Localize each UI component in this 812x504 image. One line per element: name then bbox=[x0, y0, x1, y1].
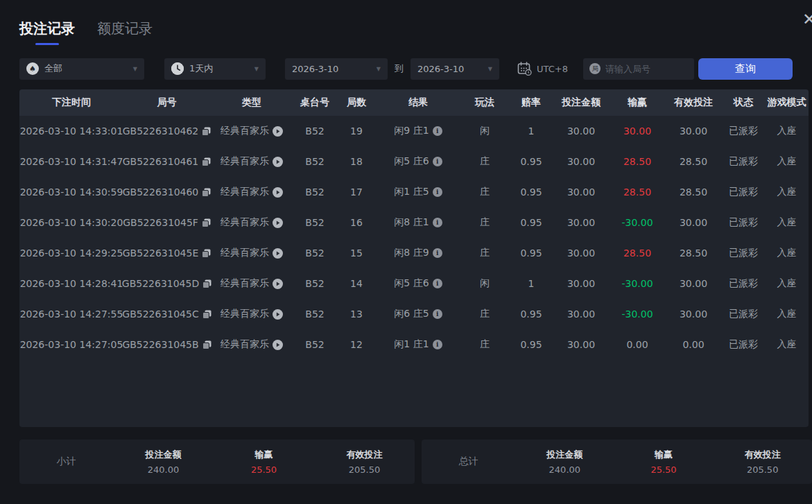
cell-status: 已派彩 bbox=[722, 216, 765, 229]
subtotal-panel: 小计 投注金额 240.00 输赢 25.50 有效投注 205.50 bbox=[19, 440, 415, 484]
cell-bet-amount: 30.00 bbox=[553, 339, 610, 350]
info-icon[interactable]: i bbox=[433, 279, 442, 288]
game-type-text: 经典百家乐 bbox=[221, 216, 269, 229]
subtotal-valid: 有效投注 205.50 bbox=[314, 449, 415, 475]
tab-bet-records[interactable]: 投注记录 bbox=[19, 19, 75, 45]
cell-round-no: 13 bbox=[336, 309, 377, 320]
cell-table-no: B52 bbox=[293, 278, 336, 289]
cell-table-no: B52 bbox=[293, 125, 336, 137]
play-icon[interactable] bbox=[273, 218, 283, 228]
copy-icon[interactable] bbox=[202, 218, 211, 227]
query-button[interactable]: 查询 bbox=[698, 58, 793, 80]
cell-round-no: 12 bbox=[336, 339, 377, 350]
cell-valid-bet: 30.00 bbox=[665, 217, 722, 228]
subtotal-bet: 投注金额 240.00 bbox=[113, 449, 214, 475]
date-to-picker[interactable]: 2026-3-10 ▼ bbox=[411, 58, 499, 80]
date-from-picker[interactable]: 2026-3-10 ▼ bbox=[285, 58, 388, 80]
round-id-text: GB5226310461 bbox=[123, 156, 199, 167]
cell-table-no: B52 bbox=[293, 156, 336, 167]
cell-status: 已派彩 bbox=[722, 247, 765, 259]
bet-records-table: 下注时间 局号 类型 桌台号 局数 结果 玩法 赔率 投注金额 输赢 有效投注 … bbox=[19, 89, 809, 427]
cell-table-no: B52 bbox=[293, 217, 336, 228]
play-icon[interactable] bbox=[273, 187, 283, 198]
total-winloss-value: 25.50 bbox=[614, 464, 714, 475]
table-body: 2026-03-10 14:33:01 GB5226310462 经典百家乐 B… bbox=[19, 116, 809, 360]
play-icon[interactable] bbox=[273, 126, 283, 137]
info-icon[interactable]: i bbox=[433, 187, 442, 197]
cell-game-mode: 入座 bbox=[765, 247, 809, 259]
subtotal-winloss-value: 25.50 bbox=[214, 464, 314, 475]
cell-odds: 1 bbox=[510, 125, 553, 137]
total-valid: 有效投注 205.50 bbox=[713, 449, 812, 475]
cell-valid-bet: 30.00 bbox=[665, 125, 722, 137]
cell-bet-time: 2026-03-10 14:33:01 bbox=[19, 125, 123, 137]
play-icon[interactable] bbox=[273, 309, 283, 320]
cell-bet-time: 2026-03-10 14:27:05 bbox=[19, 339, 123, 350]
result-text: 闲8 庄1 bbox=[394, 216, 429, 229]
info-icon[interactable]: i bbox=[433, 248, 442, 258]
play-icon[interactable] bbox=[273, 248, 283, 259]
info-icon[interactable]: i bbox=[433, 157, 442, 166]
cell-bet-amount: 30.00 bbox=[553, 309, 610, 320]
cell-odds: 0.95 bbox=[510, 186, 553, 198]
table-row: 2026-03-10 14:30:59 GB5226310460 经典百家乐 B… bbox=[19, 177, 809, 207]
play-icon[interactable] bbox=[273, 157, 283, 167]
subtotal-valid-label: 有效投注 bbox=[314, 449, 415, 461]
cell-game-type: 经典百家乐 bbox=[210, 186, 293, 198]
tab-bar: 投注记录 额度记录 bbox=[0, 0, 812, 45]
info-icon[interactable]: i bbox=[433, 218, 442, 227]
close-icon[interactable]: ✕ bbox=[802, 11, 812, 28]
result-text: 闲5 庄6 bbox=[394, 155, 429, 168]
spade-icon: ♠ bbox=[26, 62, 39, 75]
time-range-select[interactable]: 1天内 ▼ bbox=[164, 58, 266, 80]
cell-odds: 0.95 bbox=[510, 156, 553, 167]
game-type-text: 经典百家乐 bbox=[221, 155, 269, 168]
cell-valid-bet: 30.00 bbox=[665, 278, 722, 289]
game-type-value: 全部 bbox=[44, 62, 62, 75]
cell-bet-amount: 30.00 bbox=[553, 278, 610, 289]
round-search: 局 bbox=[583, 58, 694, 80]
header-winloss: 输赢 bbox=[610, 96, 665, 109]
cell-bet-time: 2026-03-10 14:27:55 bbox=[19, 309, 123, 320]
table-row: 2026-03-10 14:27:05 GB522631045B 经典百家乐 B… bbox=[19, 329, 809, 360]
cell-round-id: GB522631045F bbox=[123, 217, 210, 228]
cell-bet-amount: 30.00 bbox=[553, 156, 610, 167]
round-id-text: GB522631045F bbox=[123, 217, 198, 228]
round-number-input[interactable] bbox=[605, 64, 688, 74]
cell-winloss: 30.00 bbox=[610, 125, 665, 137]
cell-table-no: B52 bbox=[293, 339, 336, 350]
time-range-value: 1天内 bbox=[189, 62, 213, 75]
cell-game-type: 经典百家乐 bbox=[210, 125, 293, 137]
round-number-icon: 局 bbox=[589, 63, 601, 74]
cell-round-id: GB522631045B bbox=[123, 339, 210, 350]
table-row: 2026-03-10 14:33:01 GB5226310462 经典百家乐 B… bbox=[19, 116, 809, 146]
total-panel: 总计 投注金额 240.00 输赢 25.50 有效投注 205.50 bbox=[422, 440, 812, 484]
play-icon[interactable] bbox=[273, 340, 283, 350]
calendar-clock-icon[interactable] bbox=[517, 62, 532, 76]
chevron-down-icon: ▼ bbox=[371, 66, 381, 72]
game-type-select[interactable]: ♠ 全部 ▼ bbox=[19, 58, 144, 80]
result-text: 闲1 庄5 bbox=[394, 186, 429, 198]
cell-round-id: GB5226310460 bbox=[123, 186, 210, 198]
header-odds: 赔率 bbox=[510, 96, 553, 109]
info-icon[interactable]: i bbox=[433, 309, 442, 319]
tab-quota-records[interactable]: 额度记录 bbox=[97, 19, 153, 45]
cell-result: 闲5 庄6 i bbox=[377, 155, 460, 168]
cell-status: 已派彩 bbox=[722, 155, 765, 168]
header-play: 玩法 bbox=[460, 96, 510, 109]
round-id-text: GB5226310462 bbox=[123, 125, 199, 137]
cell-winloss: 28.50 bbox=[610, 186, 665, 198]
cell-bet-time: 2026-03-10 14:31:47 bbox=[19, 156, 123, 167]
cell-round-id: GB5226310462 bbox=[123, 125, 210, 137]
cell-round-no: 19 bbox=[336, 125, 377, 137]
info-icon[interactable]: i bbox=[433, 126, 442, 136]
cell-status: 已派彩 bbox=[722, 277, 765, 290]
round-id-text: GB522631045C bbox=[122, 309, 198, 320]
cell-odds: 1 bbox=[510, 278, 553, 289]
total-bet-label: 投注金额 bbox=[515, 449, 614, 461]
play-icon[interactable] bbox=[273, 279, 283, 289]
cell-round-no: 18 bbox=[336, 156, 377, 167]
info-icon[interactable]: i bbox=[433, 340, 442, 349]
date-from-value: 2026-3-10 bbox=[292, 64, 338, 74]
cell-bet-time: 2026-03-10 14:28:41 bbox=[19, 278, 123, 289]
